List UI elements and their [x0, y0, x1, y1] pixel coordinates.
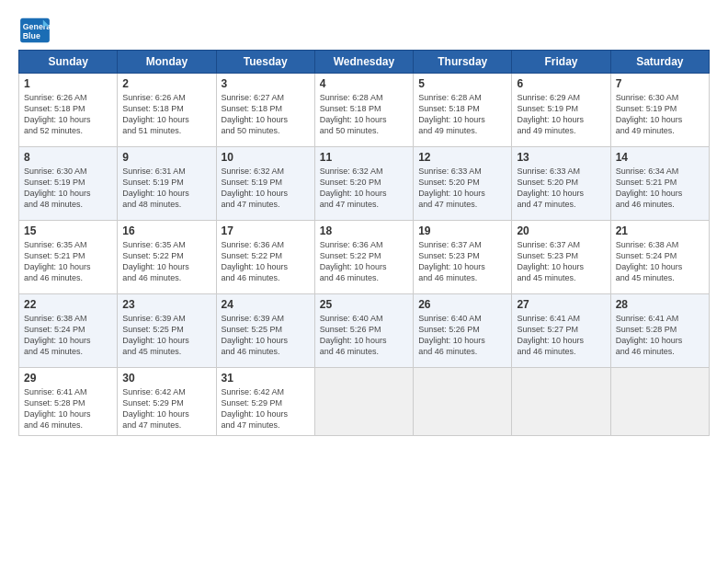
day-info: Sunrise: 6:38 AM Sunset: 5:24 PM Dayligh…: [616, 239, 704, 284]
day-number: 29: [24, 372, 112, 385]
calendar-cell: 27Sunrise: 6:41 AM Sunset: 5:27 PM Dayli…: [512, 294, 610, 368]
calendar-week-row: 1Sunrise: 6:26 AM Sunset: 5:18 PM Daylig…: [19, 74, 710, 147]
calendar-cell: 17Sunrise: 6:36 AM Sunset: 5:22 PM Dayli…: [216, 221, 314, 294]
day-number: 25: [320, 298, 408, 311]
day-info: Sunrise: 6:40 AM Sunset: 5:26 PM Dayligh…: [418, 313, 506, 358]
calendar-header-thursday: Thursday: [414, 51, 512, 74]
page-header: General Blue: [18, 17, 710, 44]
day-number: 19: [418, 224, 506, 237]
day-number: 24: [222, 298, 310, 311]
day-info: Sunrise: 6:35 AM Sunset: 5:22 PM Dayligh…: [122, 239, 210, 284]
calendar-header-tuesday: Tuesday: [216, 51, 314, 74]
calendar-cell: 11Sunrise: 6:32 AM Sunset: 5:20 PM Dayli…: [314, 147, 413, 221]
day-number: 30: [122, 372, 210, 385]
day-number: 11: [320, 151, 408, 164]
calendar-cell: 4Sunrise: 6:28 AM Sunset: 5:18 PM Daylig…: [314, 74, 413, 147]
calendar-cell: 7Sunrise: 6:30 AM Sunset: 5:19 PM Daylig…: [610, 74, 709, 147]
calendar-header-row: SundayMondayTuesdayWednesdayThursdayFrid…: [19, 51, 710, 74]
calendar-cell: 24Sunrise: 6:39 AM Sunset: 5:25 PM Dayli…: [216, 294, 314, 368]
logo-icon: General Blue: [18, 17, 51, 44]
calendar-cell: 16Sunrise: 6:35 AM Sunset: 5:22 PM Dayli…: [118, 221, 216, 294]
day-info: Sunrise: 6:26 AM Sunset: 5:18 PM Dayligh…: [122, 92, 210, 137]
calendar-cell: [414, 368, 512, 436]
day-info: Sunrise: 6:33 AM Sunset: 5:20 PM Dayligh…: [517, 166, 605, 211]
calendar-header-sunday: Sunday: [19, 51, 118, 74]
day-number: 20: [517, 224, 605, 237]
day-info: Sunrise: 6:39 AM Sunset: 5:25 PM Dayligh…: [222, 313, 310, 358]
calendar-cell: 5Sunrise: 6:28 AM Sunset: 5:18 PM Daylig…: [414, 74, 512, 147]
day-info: Sunrise: 6:36 AM Sunset: 5:22 PM Dayligh…: [320, 239, 408, 284]
calendar-cell: 23Sunrise: 6:39 AM Sunset: 5:25 PM Dayli…: [118, 294, 216, 368]
day-info: Sunrise: 6:41 AM Sunset: 5:28 PM Dayligh…: [616, 313, 704, 358]
day-info: Sunrise: 6:39 AM Sunset: 5:25 PM Dayligh…: [122, 313, 210, 358]
day-info: Sunrise: 6:26 AM Sunset: 5:18 PM Dayligh…: [24, 92, 112, 137]
calendar-header-friday: Friday: [512, 51, 610, 74]
svg-text:Blue: Blue: [23, 31, 40, 40]
calendar-header-saturday: Saturday: [610, 51, 709, 74]
calendar-cell: [610, 368, 709, 436]
calendar-week-row: 29Sunrise: 6:41 AM Sunset: 5:28 PM Dayli…: [19, 368, 710, 436]
calendar-cell: 20Sunrise: 6:37 AM Sunset: 5:23 PM Dayli…: [512, 221, 610, 294]
day-info: Sunrise: 6:32 AM Sunset: 5:20 PM Dayligh…: [320, 166, 408, 211]
day-info: Sunrise: 6:31 AM Sunset: 5:19 PM Dayligh…: [122, 166, 210, 211]
calendar-cell: 19Sunrise: 6:37 AM Sunset: 5:23 PM Dayli…: [414, 221, 512, 294]
day-number: 16: [122, 224, 210, 237]
day-number: 7: [616, 77, 704, 90]
calendar-cell: 3Sunrise: 6:27 AM Sunset: 5:18 PM Daylig…: [216, 74, 314, 147]
day-number: 4: [320, 77, 408, 90]
day-info: Sunrise: 6:37 AM Sunset: 5:23 PM Dayligh…: [418, 239, 506, 284]
day-number: 8: [24, 151, 112, 164]
day-number: 9: [122, 151, 210, 164]
day-number: 5: [418, 77, 506, 90]
day-info: Sunrise: 6:37 AM Sunset: 5:23 PM Dayligh…: [517, 239, 605, 284]
calendar-cell: 15Sunrise: 6:35 AM Sunset: 5:21 PM Dayli…: [19, 221, 118, 294]
day-info: Sunrise: 6:36 AM Sunset: 5:22 PM Dayligh…: [222, 239, 310, 284]
calendar-week-row: 8Sunrise: 6:30 AM Sunset: 5:19 PM Daylig…: [19, 147, 710, 221]
calendar-cell: 2Sunrise: 6:26 AM Sunset: 5:18 PM Daylig…: [118, 74, 216, 147]
day-info: Sunrise: 6:30 AM Sunset: 5:19 PM Dayligh…: [24, 166, 112, 211]
day-number: 22: [24, 298, 112, 311]
calendar-cell: 1Sunrise: 6:26 AM Sunset: 5:18 PM Daylig…: [19, 74, 118, 147]
day-number: 26: [418, 298, 506, 311]
day-number: 15: [24, 224, 112, 237]
day-number: 31: [222, 372, 310, 385]
calendar-cell: [314, 368, 413, 436]
calendar-cell: 31Sunrise: 6:42 AM Sunset: 5:29 PM Dayli…: [216, 368, 314, 436]
calendar-cell: 8Sunrise: 6:30 AM Sunset: 5:19 PM Daylig…: [19, 147, 118, 221]
day-info: Sunrise: 6:34 AM Sunset: 5:21 PM Dayligh…: [616, 166, 704, 211]
calendar-cell: 29Sunrise: 6:41 AM Sunset: 5:28 PM Dayli…: [19, 368, 118, 436]
calendar-cell: 12Sunrise: 6:33 AM Sunset: 5:20 PM Dayli…: [414, 147, 512, 221]
calendar-week-row: 15Sunrise: 6:35 AM Sunset: 5:21 PM Dayli…: [19, 221, 710, 294]
calendar-cell: 25Sunrise: 6:40 AM Sunset: 5:26 PM Dayli…: [314, 294, 413, 368]
day-number: 28: [616, 298, 704, 311]
calendar-cell: 9Sunrise: 6:31 AM Sunset: 5:19 PM Daylig…: [118, 147, 216, 221]
day-info: Sunrise: 6:35 AM Sunset: 5:21 PM Dayligh…: [24, 239, 112, 284]
svg-text:General: General: [23, 22, 51, 31]
day-info: Sunrise: 6:38 AM Sunset: 5:24 PM Dayligh…: [24, 313, 112, 358]
calendar-cell: 28Sunrise: 6:41 AM Sunset: 5:28 PM Dayli…: [610, 294, 709, 368]
day-info: Sunrise: 6:40 AM Sunset: 5:26 PM Dayligh…: [320, 313, 408, 358]
calendar-cell: 13Sunrise: 6:33 AM Sunset: 5:20 PM Dayli…: [512, 147, 610, 221]
calendar-cell: 10Sunrise: 6:32 AM Sunset: 5:19 PM Dayli…: [216, 147, 314, 221]
day-info: Sunrise: 6:28 AM Sunset: 5:18 PM Dayligh…: [320, 92, 408, 137]
day-info: Sunrise: 6:32 AM Sunset: 5:19 PM Dayligh…: [222, 166, 310, 211]
calendar-cell: 30Sunrise: 6:42 AM Sunset: 5:29 PM Dayli…: [118, 368, 216, 436]
day-number: 21: [616, 224, 704, 237]
calendar-header-wednesday: Wednesday: [314, 51, 413, 74]
day-info: Sunrise: 6:29 AM Sunset: 5:19 PM Dayligh…: [517, 92, 605, 137]
day-info: Sunrise: 6:42 AM Sunset: 5:29 PM Dayligh…: [122, 386, 210, 431]
calendar-cell: 21Sunrise: 6:38 AM Sunset: 5:24 PM Dayli…: [610, 221, 709, 294]
day-number: 6: [517, 77, 605, 90]
day-number: 14: [616, 151, 704, 164]
calendar-table: SundayMondayTuesdayWednesdayThursdayFrid…: [18, 50, 710, 436]
calendar-cell: 18Sunrise: 6:36 AM Sunset: 5:22 PM Dayli…: [314, 221, 413, 294]
day-info: Sunrise: 6:27 AM Sunset: 5:18 PM Dayligh…: [222, 92, 310, 137]
day-number: 3: [222, 77, 310, 90]
day-number: 23: [122, 298, 210, 311]
day-info: Sunrise: 6:30 AM Sunset: 5:19 PM Dayligh…: [616, 92, 704, 137]
day-number: 18: [320, 224, 408, 237]
calendar-cell: 22Sunrise: 6:38 AM Sunset: 5:24 PM Dayli…: [19, 294, 118, 368]
calendar-header-monday: Monday: [118, 51, 216, 74]
calendar-cell: [512, 368, 610, 436]
day-number: 27: [517, 298, 605, 311]
